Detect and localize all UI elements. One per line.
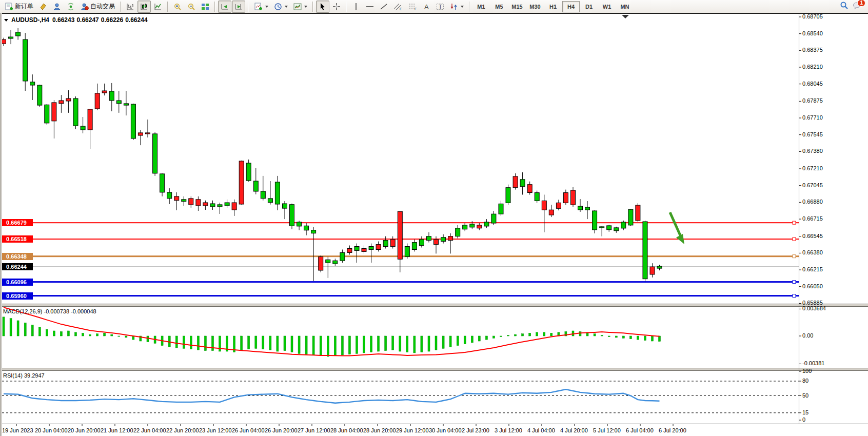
toolbar-separator — [248, 2, 249, 12]
price-axis-label: 0.67045 — [802, 182, 823, 188]
price-line-badge: 0.66348 — [0, 253, 33, 260]
toolbar-separator — [312, 2, 313, 12]
zoom-in-button[interactable] — [171, 1, 184, 13]
timeframe-m15-button[interactable]: M15 — [508, 1, 526, 12]
price-axis-label: 0.68210 — [802, 64, 823, 70]
auto-trading-button[interactable]: 自动交易 — [78, 1, 117, 13]
crosshair-button[interactable] — [330, 1, 343, 13]
bar-chart-button[interactable] — [124, 1, 137, 13]
price-axis-label: 0.66880 — [802, 199, 823, 205]
chart-window[interactable]: AUDUSD-,H4 0.66243 0.66247 0.66226 0.662… — [0, 13, 868, 436]
zoom-in-icon — [173, 3, 182, 11]
chart-title: AUDUSD-,H4 0.66243 0.66247 0.66226 0.662… — [4, 16, 148, 24]
time-axis-label: 23 Jun 12:00 — [199, 427, 232, 433]
trendline-button[interactable] — [377, 1, 390, 13]
time-axis-label: 29 Jun 12:00 — [396, 427, 429, 433]
search-icon[interactable] — [840, 1, 849, 12]
signals-button[interactable] — [64, 1, 77, 13]
ohlc-high: 0.66247 — [76, 16, 98, 24]
auto-scroll-button[interactable] — [218, 1, 231, 13]
chart-shift-button[interactable] — [232, 1, 245, 13]
shapes-button[interactable] — [447, 1, 466, 13]
templates-icon — [293, 3, 302, 11]
time-axis-label: 22 Jun 04:00 — [133, 427, 166, 433]
timeframe-w1-button[interactable]: W1 — [598, 1, 616, 12]
rsi-axis-label: 15 — [802, 409, 808, 415]
notifications-icon[interactable]: 1 — [853, 2, 862, 12]
auto-scroll-icon — [221, 3, 229, 11]
text-button[interactable]: A — [421, 1, 433, 13]
tile-windows-icon — [201, 3, 209, 11]
price-axis-label: 0.67545 — [802, 131, 823, 137]
svg-text:A: A — [424, 3, 429, 11]
templates-button[interactable] — [291, 1, 310, 13]
periods-button[interactable] — [271, 1, 290, 13]
profile-button[interactable] — [50, 1, 64, 13]
line-chart-button[interactable] — [151, 1, 165, 13]
rsi-axis-label: 100 — [802, 368, 812, 374]
candle-chart-icon — [140, 3, 148, 11]
time-axis-label: 4 Jul 04:00 — [527, 427, 555, 433]
profile-icon — [53, 3, 61, 11]
ohlc-open: 0.66243 — [52, 16, 74, 24]
price-axis-label: 0.68045 — [802, 81, 823, 87]
main-toolbar: 新订单自动交易EFATM1M5M15M30H1H4D1W1MN1 — [0, 0, 868, 13]
bar-chart-icon — [126, 3, 134, 11]
symbol-period-label: AUDUSD-,H4 — [11, 16, 49, 24]
chevron-down-icon[interactable] — [285, 6, 288, 8]
toolbar-separator — [120, 2, 121, 12]
vertical-line-button[interactable] — [349, 1, 363, 13]
time-axis-label: 20 Jun 04:00 — [35, 427, 68, 433]
price-axis-label: 0.66380 — [802, 249, 823, 255]
timeframe-d1-button[interactable]: D1 — [580, 1, 598, 12]
periods-icon — [274, 3, 282, 11]
indicators-icon — [254, 3, 263, 11]
chevron-down-icon[interactable] — [461, 6, 464, 8]
indicators-button[interactable] — [251, 1, 271, 13]
window-edge — [0, 13, 2, 436]
equidistant-channel-icon: E — [393, 3, 403, 11]
new-order-label: 新订单 — [15, 2, 33, 11]
fibonacci-button[interactable]: F — [406, 1, 420, 13]
chevron-down-icon[interactable] — [265, 6, 268, 8]
price-line-badge: 0.66096 — [0, 279, 33, 286]
toolbar-separator — [167, 2, 168, 12]
timeframe-mn-button[interactable]: MN — [616, 1, 634, 12]
time-axis-label: 3 Jul 12:00 — [495, 427, 522, 433]
text-label-button[interactable]: T — [433, 1, 447, 13]
toolbar-separator — [469, 2, 470, 12]
price-axis-label: 0.67380 — [802, 148, 823, 154]
candle-chart-button[interactable] — [137, 1, 151, 13]
time-axis-label: 30 Jun 04:00 — [429, 427, 462, 433]
chevron-down-icon[interactable] — [4, 19, 8, 22]
horizontal-line-icon — [366, 3, 374, 11]
time-axis-label: 6 Jul 04:00 — [626, 427, 654, 433]
cursor-button[interactable] — [316, 1, 329, 13]
time-axis-label: 26 Jun 20:00 — [265, 427, 298, 433]
time-axis-label: 21 Jun 12:00 — [101, 427, 133, 433]
market-watch-button[interactable] — [36, 1, 50, 13]
auto-trading-label: 自动交易 — [90, 2, 115, 11]
timeframe-m30-button[interactable]: M30 — [526, 1, 544, 12]
timeframe-h1-button[interactable]: H1 — [544, 1, 562, 12]
tile-windows-button[interactable] — [199, 1, 212, 13]
timeframe-m5-button[interactable]: M5 — [490, 1, 508, 12]
timeframe-h4-button[interactable]: H4 — [562, 1, 580, 12]
line-chart-icon — [154, 3, 162, 11]
mt4-terminal-window: 新订单自动交易EFATM1M5M15M30H1H4D1W1MN1 AUDUSD-… — [0, 0, 868, 436]
equidistant-channel-button[interactable]: E — [391, 1, 405, 13]
zoom-out-button[interactable] — [185, 1, 198, 13]
time-axis-label: 19 Jun 2023 — [2, 427, 33, 433]
price-line-badge: 0.66679 — [0, 219, 33, 226]
fibonacci-icon: F — [408, 3, 418, 11]
price-axis-label: 0.66050 — [802, 283, 823, 289]
price-chart-canvas[interactable] — [0, 13, 868, 436]
ohlc-low: 0.66226 — [101, 16, 123, 24]
chevron-down-icon[interactable] — [304, 6, 307, 8]
timeframe-m1-button[interactable]: M1 — [472, 1, 490, 12]
price-axis-label: 0.66545 — [802, 233, 823, 239]
auto-trading-icon — [81, 3, 89, 11]
horizontal-line-button[interactable] — [363, 1, 377, 13]
new-order-button[interactable]: 新订单 — [2, 1, 36, 13]
time-axis-label: 28 Jun 04:00 — [330, 427, 363, 433]
